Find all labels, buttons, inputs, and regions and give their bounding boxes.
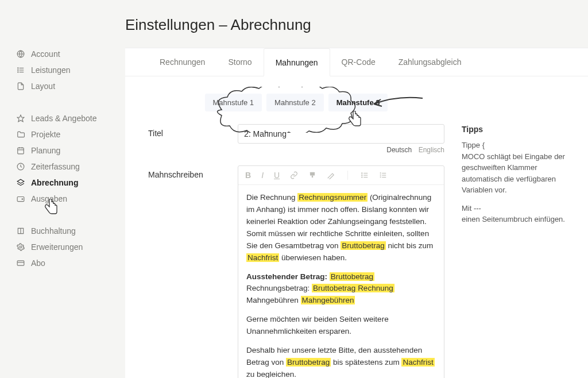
list-icon (16, 66, 25, 74)
svg-rect-8 (18, 148, 24, 154)
svg-point-21 (361, 172, 362, 173)
sidebar-item-label: Erweiterungen (31, 242, 83, 252)
bold-icon[interactable]: B (245, 171, 251, 180)
tabs: RechnungenStornoMahnungenQR-CodeZahlungs… (125, 48, 588, 76)
mahnschreiben-editor[interactable]: B I U (238, 165, 444, 378)
sidebar-item-label: Abrechnung (31, 178, 78, 187)
list-ol-icon[interactable] (379, 171, 387, 179)
svg-rect-28 (382, 175, 386, 175)
tab-qr-code[interactable]: QR-Code (330, 48, 387, 76)
titel-input[interactable] (238, 124, 444, 144)
mahnstufe-selector: Mahnstufe 1Mahnstufe 2Mahnstufe 3 (205, 94, 388, 111)
layers-icon (16, 179, 25, 187)
svg-point-5 (18, 70, 18, 70)
svg-rect-19 (310, 172, 315, 176)
sidebar-item-label: Buchhaltung (31, 226, 76, 236)
svg-rect-17 (17, 261, 24, 265)
fill-icon[interactable] (308, 171, 316, 179)
sidebar: AccountLeistungenLayout Leads & Angebote… (0, 0, 125, 378)
sidebar-item-zeiterfassung[interactable]: Zeiterfassung (16, 159, 125, 175)
book-icon (16, 227, 25, 235)
svg-rect-27 (382, 173, 386, 173)
svg-rect-20 (312, 176, 313, 178)
file-icon (16, 82, 25, 90)
svg-rect-30 (380, 172, 381, 173)
sidebar-item-abrechnung[interactable]: Abrechnung (16, 175, 125, 191)
tips-title: Tipps (462, 125, 565, 134)
link-icon[interactable] (290, 171, 298, 179)
svg-rect-32 (380, 176, 381, 178)
var-mahngebuehren: Mahngebühren (301, 296, 355, 304)
sidebar-item-label: Projekte (31, 130, 60, 139)
underline-icon[interactable]: U (274, 171, 280, 180)
sidebar-item-label: Leistungen (31, 65, 71, 75)
gear-icon (16, 243, 25, 251)
sidebar-item-label: Ausgaben (31, 194, 67, 203)
svg-marker-13 (17, 179, 24, 183)
titel-label: Titel (148, 124, 238, 138)
editor-toolbar: B I U (238, 166, 444, 185)
wallet-icon (16, 195, 25, 203)
mahnstufe-2[interactable]: Mahnstufe 2 (266, 94, 324, 111)
svg-rect-24 (363, 175, 368, 175)
tab-rechnungen[interactable]: Rechnungen (148, 48, 216, 76)
sidebar-item-leads-angebote[interactable]: Leads & Angebote (16, 110, 125, 126)
sidebar-item-leistungen[interactable]: Leistungen (16, 62, 125, 78)
italic-icon[interactable]: I (261, 171, 264, 180)
sidebar-item-projekte[interactable]: Projekte (16, 126, 125, 142)
main: Einstellungen – Abrechnung RechnungenSto… (125, 0, 588, 378)
globe-icon (16, 50, 25, 58)
sidebar-item-abo[interactable]: Abo (16, 255, 125, 271)
list-ul-icon[interactable] (361, 171, 369, 179)
var-bruttobetrag: Bruttobetrag (286, 358, 331, 367)
calendar-icon (16, 146, 25, 155)
svg-rect-26 (363, 177, 368, 178)
tab-mahnungen[interactable]: Mahnungen (264, 48, 330, 76)
sidebar-item-label: Layout (31, 82, 55, 91)
tab-zahlungsabgleich[interactable]: Zahlungsabgleich (387, 48, 473, 76)
var-bruttobetrag: Bruttobetrag (341, 241, 385, 250)
svg-rect-22 (363, 173, 368, 173)
svg-marker-7 (17, 115, 24, 122)
tips-panel: Tipps Tippe {MOCO schlägt bei Eingabe de… (462, 94, 565, 378)
sidebar-item-buchhaltung[interactable]: Buchhaltung (16, 223, 125, 239)
highlighter-icon[interactable] (327, 171, 335, 179)
sidebar-item-label: Leads & Angebote (31, 114, 96, 123)
svg-point-4 (18, 68, 18, 68)
var-bruttobetrag: Bruttobetrag (330, 272, 374, 281)
lang-en[interactable]: Englisch (419, 146, 444, 154)
folder-icon (16, 130, 25, 138)
page-title: Einstellungen – Abrechnung (125, 16, 588, 34)
svg-point-25 (361, 176, 362, 178)
sidebar-item-label: Planung (31, 146, 60, 155)
sidebar-item-label: Account (31, 49, 60, 59)
svg-rect-29 (382, 177, 386, 178)
settings-card: RechnungenStornoMahnungenQR-CodeZahlungs… (125, 48, 588, 378)
var-rechnungsnummer: Rechnungsnummer (297, 193, 368, 202)
language-selector: Deutsch Englisch (238, 146, 444, 154)
mahnstufe-3[interactable]: Mahnstufe 3 (328, 94, 388, 111)
mahnstufe-1[interactable]: Mahnstufe 1 (205, 94, 262, 111)
var-bruttobetrag-rechnung: Bruttobetrag Rechnung (312, 284, 394, 292)
sidebar-item-label: Abo (31, 259, 45, 268)
sidebar-item-planung[interactable]: Planung (16, 142, 125, 159)
clock-icon (16, 163, 25, 171)
svg-rect-31 (380, 175, 381, 176)
credit-card-icon (16, 259, 25, 267)
sidebar-item-layout[interactable]: Layout (16, 78, 125, 94)
svg-point-6 (18, 72, 18, 72)
editor-body[interactable]: Die Rechnung Rechnungsnummer (Originalre… (238, 185, 444, 378)
sidebar-item-ausgaben[interactable]: Ausgaben (16, 191, 125, 207)
sidebar-item-erweiterungen[interactable]: Erweiterungen (16, 239, 125, 255)
var-nachfrist: Nachfrist (401, 358, 434, 367)
svg-point-16 (20, 246, 22, 248)
var-nachfrist: Nachfrist (246, 253, 279, 262)
svg-point-23 (361, 175, 362, 176)
svg-point-15 (22, 199, 23, 200)
lang-de[interactable]: Deutsch (386, 146, 412, 154)
sidebar-item-account[interactable]: Account (16, 46, 125, 62)
tab-storno[interactable]: Storno (216, 48, 263, 76)
mahnschreiben-label: Mahnschreiben (148, 165, 238, 179)
sidebar-item-label: Zeiterfassung (31, 162, 80, 171)
star-icon (16, 114, 25, 122)
